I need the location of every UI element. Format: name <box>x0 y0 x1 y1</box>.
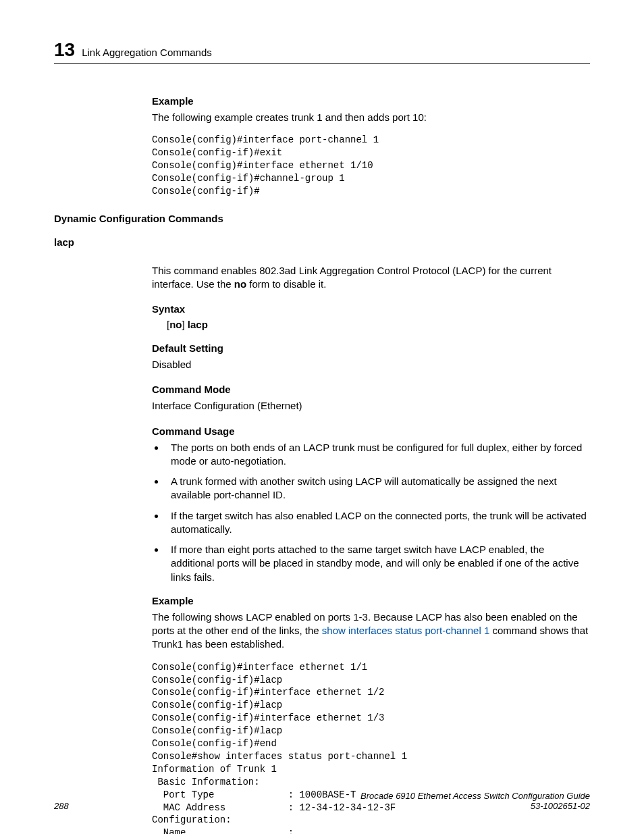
chapter-number: 13 <box>54 39 75 61</box>
lacp-body: This command enables 802.3ad Link Aggreg… <box>152 264 590 834</box>
page-header: 13 Link Aggregation Commands <box>54 39 590 64</box>
footer-right: Brocade 6910 Ethernet Access Switch Conf… <box>360 791 590 811</box>
example-2-description: The following shows LACP enabled on port… <box>152 610 590 652</box>
syntax-bracket-close: ] <box>182 319 188 330</box>
default-setting-heading: Default Setting <box>152 342 590 354</box>
syntax-heading: Syntax <box>152 303 590 315</box>
default-setting-value: Disabled <box>152 358 590 371</box>
syntax-value: [no] lacp <box>167 319 590 330</box>
doc-id: 53-1002651-02 <box>360 801 590 811</box>
syntax-no: no <box>169 319 182 330</box>
doc-title: Brocade 6910 Ethernet Access Switch Conf… <box>360 791 590 801</box>
lacp-desc-part1: This command enables 802.3ad Link Aggreg… <box>152 265 552 290</box>
command-mode-heading: Command Mode <box>152 384 590 395</box>
page-number: 288 <box>54 801 69 811</box>
lacp-heading: lacp <box>54 236 590 248</box>
example-1-description: The following example creates trunk 1 an… <box>152 111 590 124</box>
page-footer: 288 Brocade 6910 Ethernet Access Switch … <box>54 791 590 811</box>
dynamic-config-heading: Dynamic Configuration Commands <box>54 213 590 224</box>
chapter-title: Link Aggregation Commands <box>82 47 212 58</box>
list-item: A trunk formed with another switch using… <box>165 475 590 502</box>
example-1-block: Example The following example creates tr… <box>152 95 590 198</box>
list-item: The ports on both ends of an LACP trunk … <box>165 441 590 469</box>
lacp-desc-no: no <box>234 278 246 290</box>
command-usage-list: The ports on both ends of an LACP trunk … <box>152 441 590 584</box>
page: 13 Link Aggregation Commands Example The… <box>0 0 644 834</box>
example-2-heading: Example <box>152 595 590 606</box>
show-interfaces-link[interactable]: show interfaces status port-channel 1 <box>322 625 489 636</box>
lacp-description: This command enables 802.3ad Link Aggreg… <box>152 264 590 292</box>
command-mode-value: Interface Configuration (Ethernet) <box>152 399 590 413</box>
list-item: If the target switch has also enabled LA… <box>165 509 590 537</box>
code-block-1: Console(config)#interface port-channel 1… <box>152 134 590 197</box>
syntax-command: lacp <box>188 319 208 330</box>
command-usage-heading: Command Usage <box>152 425 590 437</box>
lacp-desc-part2: form to disable it. <box>246 278 326 290</box>
list-item: If more than eight ports attached to the… <box>165 543 590 584</box>
example-1-heading: Example <box>152 95 590 107</box>
